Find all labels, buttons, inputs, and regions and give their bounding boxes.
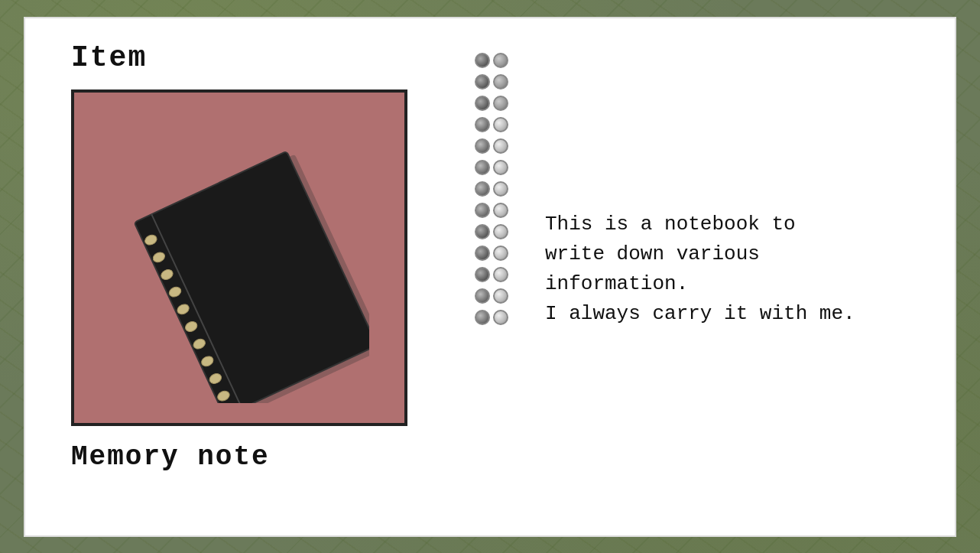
desc-line2: write down various (545, 242, 760, 265)
ring-left (475, 181, 490, 197)
ring-left (475, 160, 490, 175)
ring-pair-13 (475, 310, 508, 325)
ring-left (475, 53, 490, 68)
ring-pair-7 (475, 181, 508, 197)
ring-pair-8 (475, 203, 508, 218)
ring-right (493, 160, 508, 175)
ring-pair-9 (475, 224, 508, 239)
ring-pair-3 (475, 96, 508, 111)
item-name: Memory note (71, 441, 438, 473)
ring-right (493, 96, 508, 111)
ring-right (493, 267, 508, 282)
ring-left (475, 96, 490, 111)
ring-right (493, 138, 508, 154)
ring-left (475, 224, 490, 239)
ring-pair-12 (475, 288, 508, 304)
ring-left (475, 74, 490, 89)
notebook-illustration (109, 112, 369, 403)
ring-pair-1 (475, 53, 508, 68)
item-description: This is a notebook to write down various… (545, 210, 855, 329)
ring-pair-11 (475, 267, 508, 282)
ring-pair-2 (475, 74, 508, 89)
ring-left (475, 246, 490, 261)
desc-line3: information. (545, 272, 688, 295)
ring-pair-10 (475, 246, 508, 261)
ring-left (475, 267, 490, 282)
desc-line4: I always carry it with me. (545, 302, 855, 325)
ring-right (493, 246, 508, 261)
ring-right (493, 288, 508, 304)
main-panel: Item (24, 17, 956, 537)
desc-line1: This is a notebook to (545, 213, 796, 236)
ring-right (493, 117, 508, 132)
ring-right (493, 310, 508, 325)
spine-rings (469, 18, 514, 535)
ring-left (475, 203, 490, 218)
ring-pair-4 (475, 117, 508, 132)
ring-left (475, 310, 490, 325)
left-panel: Item (25, 18, 469, 535)
item-image (71, 89, 407, 426)
ring-pair-5 (475, 138, 508, 154)
ring-right (493, 53, 508, 68)
ring-right (493, 74, 508, 89)
ring-left (475, 138, 490, 154)
right-panel: This is a notebook to write down various… (514, 18, 955, 535)
ring-right (493, 181, 508, 197)
ring-right (493, 224, 508, 239)
item-label: Item (71, 41, 438, 74)
ring-left (475, 117, 490, 132)
ring-left (475, 288, 490, 304)
ring-pair-6 (475, 160, 508, 175)
ring-right (493, 203, 508, 218)
